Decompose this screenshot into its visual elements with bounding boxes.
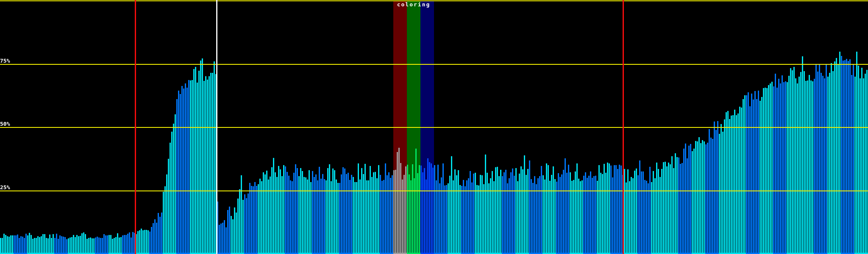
- marker-white-position-line: [216, 0, 217, 254]
- gridline-50: [0, 127, 868, 128]
- coloring-label: coloring: [393, 1, 434, 8]
- ytick-50: 50%: [0, 121, 10, 127]
- gridline-100: [0, 0, 868, 1]
- ytick-25: 25%: [0, 185, 10, 190]
- marker-red-line-1: [135, 0, 136, 254]
- gridline-75: [0, 64, 868, 65]
- marker-red-line-2: [623, 0, 624, 254]
- ytick-75: 75%: [0, 58, 10, 64]
- histogram-chart: 75% 50% 25% coloring: [0, 0, 868, 254]
- gridline-25: [0, 190, 868, 191]
